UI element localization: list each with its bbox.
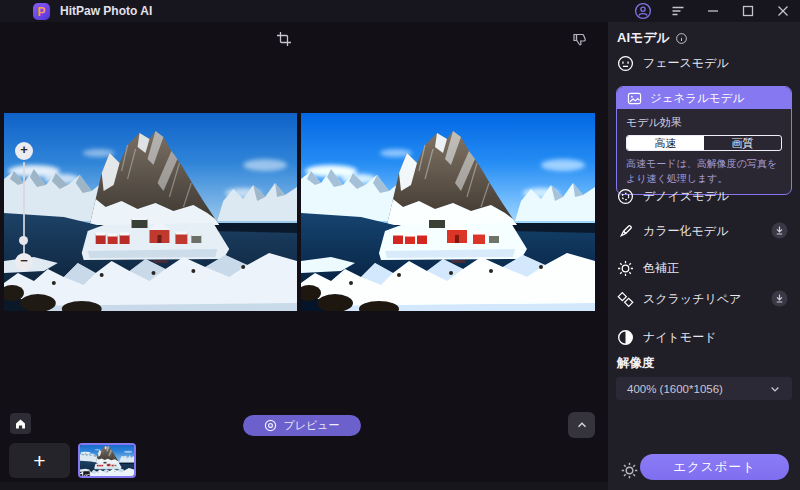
download-colorize-icon[interactable] xyxy=(771,222,788,239)
bottom-strip xyxy=(0,482,608,490)
color-correction-label: 色補正 xyxy=(643,260,679,277)
account-icon[interactable] xyxy=(634,2,652,20)
image-icon xyxy=(627,91,642,106)
tab-fast[interactable]: 高速 xyxy=(627,136,704,150)
minimize-button[interactable] xyxy=(704,2,722,20)
night-mode-label: ナイトモード xyxy=(643,329,716,346)
general-model-label: ジェネラルモデル xyxy=(650,91,744,106)
model-effect-description: 高速モードは、高解像度の写真をより速く処理します。 xyxy=(626,156,782,186)
settings-button[interactable] xyxy=(620,461,639,480)
scratch-repair-icon xyxy=(617,291,634,308)
maximize-button[interactable] xyxy=(739,2,757,20)
resolution-select[interactable]: 400% (1600*1056) xyxy=(616,377,792,400)
sidebar-item-scratch-repair[interactable]: スクラッチリペア xyxy=(617,289,741,309)
resolution-value: 400% (1600*1056) xyxy=(627,383,723,395)
thumbs-down-icon[interactable] xyxy=(572,32,588,48)
marker-pen-icon xyxy=(617,223,634,240)
title-bar: P HitPaw Photo AI xyxy=(0,0,800,22)
sidebar-item-night-mode[interactable]: ナイトモード xyxy=(617,327,716,347)
window-controls xyxy=(634,0,792,22)
sidebar-item-colorize-model[interactable]: カラー化モデル xyxy=(617,221,728,241)
chevron-up-icon xyxy=(575,418,589,432)
sidebar-item-face-model[interactable]: フェースモデル xyxy=(617,53,729,73)
image-after[interactable] xyxy=(301,113,595,311)
denoise-icon xyxy=(617,188,634,205)
general-model-panel: ジェネラルモデル モデル効果 高速 画質 高速モードは、高解像度の写真をより速く… xyxy=(616,86,792,195)
image-before[interactable] xyxy=(4,113,297,311)
add-photo-button[interactable]: + xyxy=(9,443,70,478)
sidebar-title: AIモデル xyxy=(617,29,688,47)
crop-icon[interactable] xyxy=(276,31,292,47)
tab-quality[interactable]: 画質 xyxy=(704,136,781,150)
sidebar-item-general-model[interactable]: ジェネラルモデル xyxy=(617,87,791,109)
app-title: HitPaw Photo AI xyxy=(60,4,152,18)
model-effect-label: モデル効果 xyxy=(626,115,782,130)
denoise-model-label: デノイズモデル xyxy=(643,188,729,205)
export-button[interactable]: エクスポート xyxy=(640,454,789,480)
eye-icon xyxy=(264,419,277,432)
image-badge-icon xyxy=(82,465,91,474)
info-icon[interactable] xyxy=(675,32,688,45)
sidebar-item-denoise-model[interactable]: デノイズモデル xyxy=(617,186,729,206)
face-model-label: フェースモデル xyxy=(643,55,729,72)
download-scratch-repair-icon[interactable] xyxy=(771,290,788,307)
general-model-body: モデル効果 高速 画質 高速モードは、高解像度の写真をより速く処理します。 xyxy=(617,109,791,194)
resolution-label: 解像度 xyxy=(617,355,655,372)
preview-label: プレビュー xyxy=(283,418,339,433)
scratch-repair-label: スクラッチリペア xyxy=(643,291,741,308)
gear-icon xyxy=(620,461,639,480)
home-button[interactable] xyxy=(10,413,31,434)
zoom-slider-thumb[interactable] xyxy=(19,236,28,245)
chevron-down-icon xyxy=(769,383,781,395)
sidebar-item-color-correction[interactable]: 色補正 xyxy=(617,258,679,278)
sun-icon xyxy=(617,260,634,277)
plus-icon: + xyxy=(33,449,45,473)
zoom-out-button[interactable]: − xyxy=(15,253,33,271)
photo-thumbnail[interactable] xyxy=(78,443,136,478)
collapse-button[interactable] xyxy=(568,412,595,438)
colorize-model-label: カラー化モデル xyxy=(643,223,728,240)
sidebar: AIモデル フェースモデル ジェネラルモデル モデル効果 高速 画質 高速モード… xyxy=(608,22,800,490)
editor-canvas: + − プレビュー + xyxy=(0,22,608,490)
model-effect-toggle: 高速 画質 xyxy=(626,135,782,151)
face-icon xyxy=(617,55,634,72)
preview-button[interactable]: プレビュー xyxy=(243,415,361,436)
zoom-in-button[interactable]: + xyxy=(15,142,33,160)
close-button[interactable] xyxy=(774,2,792,20)
home-icon xyxy=(14,417,27,430)
after-photo xyxy=(301,113,595,311)
export-label: エクスポート xyxy=(673,459,755,476)
sidebar-title-label: AIモデル xyxy=(617,29,670,47)
app-logo: P xyxy=(33,3,50,20)
night-mode-icon xyxy=(617,329,634,346)
menu-icon[interactable] xyxy=(669,2,687,20)
before-photo xyxy=(4,113,297,311)
